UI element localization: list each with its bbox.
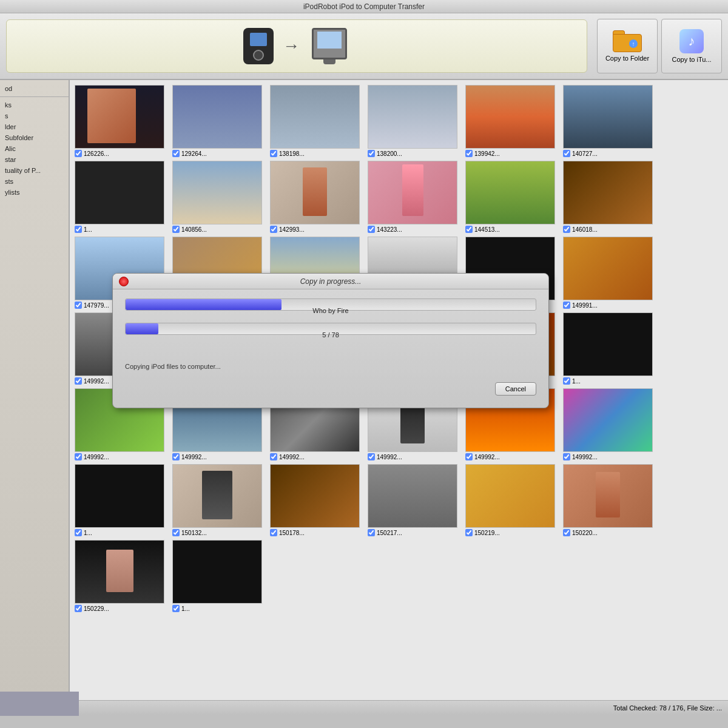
folder-arrow-icon: ↑ xyxy=(629,39,638,48)
sidebar-label-4: lder xyxy=(5,123,16,130)
photo-checkbox[interactable] xyxy=(75,529,82,536)
sidebar-item-10[interactable]: ylists xyxy=(0,187,69,198)
photo-checkbox[interactable] xyxy=(368,529,375,536)
photo-filename: 1... xyxy=(84,226,92,233)
photo-label: 139942... xyxy=(465,150,500,157)
photo-checkbox[interactable] xyxy=(75,605,82,612)
photo-checkbox[interactable] xyxy=(465,453,473,460)
list-item: 144513... xyxy=(465,161,559,233)
photo-checkbox[interactable] xyxy=(563,529,570,536)
sidebar-item-7[interactable]: star xyxy=(0,154,69,165)
photo-checkbox[interactable] xyxy=(270,529,277,536)
photo-checkbox[interactable] xyxy=(270,453,277,460)
photo-checkbox[interactable] xyxy=(172,226,180,233)
photo-checkbox[interactable] xyxy=(563,453,570,460)
sidebar-item-2[interactable]: ks xyxy=(0,99,69,110)
photo-checkbox[interactable] xyxy=(563,302,570,309)
list-item: 150217... xyxy=(368,464,462,536)
list-item: 138200... xyxy=(368,85,462,157)
photo-thumb xyxy=(465,161,555,224)
photo-thumb xyxy=(368,85,457,149)
photo-checkbox[interactable] xyxy=(368,226,375,233)
photo-checkbox[interactable] xyxy=(563,377,570,385)
photo-filename: 143223... xyxy=(377,226,402,233)
photo-filename: 150229... xyxy=(84,605,109,612)
count-progress-container: 5 / 78 xyxy=(125,323,536,341)
photo-checkbox[interactable] xyxy=(172,150,180,157)
photo-checkbox[interactable] xyxy=(172,529,180,536)
photo-checkbox[interactable] xyxy=(75,453,82,460)
photo-label: 150229... xyxy=(75,605,109,612)
photo-thumb xyxy=(75,85,164,149)
photo-checkbox[interactable] xyxy=(465,150,473,157)
sidebar-item-5[interactable]: Subfolder xyxy=(0,132,69,143)
list-item: 150229... xyxy=(75,540,169,612)
photo-checkbox[interactable] xyxy=(465,529,473,536)
photo-checkbox[interactable] xyxy=(368,150,375,157)
dialog-body: Who by Fire 5 / 78 Copying iPod files to… xyxy=(113,289,548,408)
copy-to-itunes-label: Copy to iTu... xyxy=(672,56,711,63)
photo-thumb xyxy=(172,464,262,528)
list-item: 1... xyxy=(563,312,657,385)
photo-label: 149992... xyxy=(270,453,305,460)
photo-filename: 129264... xyxy=(181,150,207,157)
copy-to-folder-button[interactable]: ↑ Copy to Folder xyxy=(597,19,658,73)
photo-filename: 139942... xyxy=(474,150,500,157)
photo-filename: 149992... xyxy=(84,378,109,385)
sidebar-item-6[interactable]: Alic xyxy=(0,143,69,154)
photo-checkbox[interactable] xyxy=(270,226,277,233)
photo-filename: 144513... xyxy=(474,226,500,233)
photo-thumb xyxy=(563,388,653,452)
sidebar-item-9[interactable]: sts xyxy=(0,176,69,187)
copy-to-folder-label: Copy to Folder xyxy=(605,55,649,62)
photo-thumb xyxy=(172,540,262,604)
toolbar: → ↑ Copy to Folder ♪ Copy to iTu... xyxy=(0,13,728,80)
sidebar-label-5: Subfolder xyxy=(5,134,33,141)
photo-label: 146018... xyxy=(563,226,598,233)
photo-filename: 138200... xyxy=(377,150,402,157)
photo-filename: 150219... xyxy=(474,530,500,536)
photo-checkbox[interactable] xyxy=(75,150,82,157)
dialog-close-button[interactable] xyxy=(119,277,129,286)
photo-filename: 147979... xyxy=(84,302,109,309)
sidebar-item-8[interactable]: tuality of P... xyxy=(0,165,69,176)
sidebar-item-4[interactable]: lder xyxy=(0,121,69,132)
photo-checkbox[interactable] xyxy=(172,605,180,612)
sidebar-item-0[interactable]: od xyxy=(0,83,69,94)
photo-checkbox[interactable] xyxy=(563,150,570,157)
photo-label: 147979... xyxy=(75,302,109,309)
photo-thumb xyxy=(563,312,653,376)
photo-checkbox[interactable] xyxy=(368,453,375,460)
photo-thumb xyxy=(465,85,555,149)
sidebar-label-2: ks xyxy=(5,101,12,109)
cancel-button[interactable]: Cancel xyxy=(495,382,536,396)
photo-checkbox[interactable] xyxy=(563,226,570,233)
photo-label: 1... xyxy=(563,377,581,385)
photo-checkbox[interactable] xyxy=(465,226,473,233)
dialog-title: Copy in progress... xyxy=(129,277,533,286)
sidebar-label-0: od xyxy=(5,85,12,92)
list-item: 146018... xyxy=(563,161,657,233)
photo-checkbox[interactable] xyxy=(75,226,82,233)
photo-checkbox[interactable] xyxy=(270,150,277,157)
sidebar-divider xyxy=(0,96,69,97)
sidebar-label-6: Alic xyxy=(5,145,16,152)
sidebar-label-8: tuality of P... xyxy=(5,167,41,174)
list-item: 1... xyxy=(172,540,266,612)
sidebar[interactable]: od ks s lder Subfolder Alic star tualit xyxy=(0,80,70,700)
list-item: 129264... xyxy=(172,85,266,157)
photo-checkbox[interactable] xyxy=(75,377,82,385)
title-bar: iPodRobot iPod to Computer Transfer xyxy=(0,0,728,13)
photo-thumb xyxy=(563,85,653,149)
count-progress-label: 5 / 78 xyxy=(125,329,536,341)
copy-to-itunes-button[interactable]: ♪ Copy to iTu... xyxy=(661,19,722,73)
sidebar-item-3[interactable]: s xyxy=(0,110,69,121)
sidebar-label-10: ylists xyxy=(5,189,19,196)
dialog-titlebar: Copy in progress... xyxy=(113,274,548,289)
photo-checkbox[interactable] xyxy=(75,302,82,309)
photo-thumb xyxy=(563,161,653,224)
photo-filename: 138198... xyxy=(279,150,305,157)
photo-checkbox[interactable] xyxy=(172,453,180,460)
list-item: 150132... xyxy=(172,464,266,536)
list-item: 143223... xyxy=(368,161,462,233)
